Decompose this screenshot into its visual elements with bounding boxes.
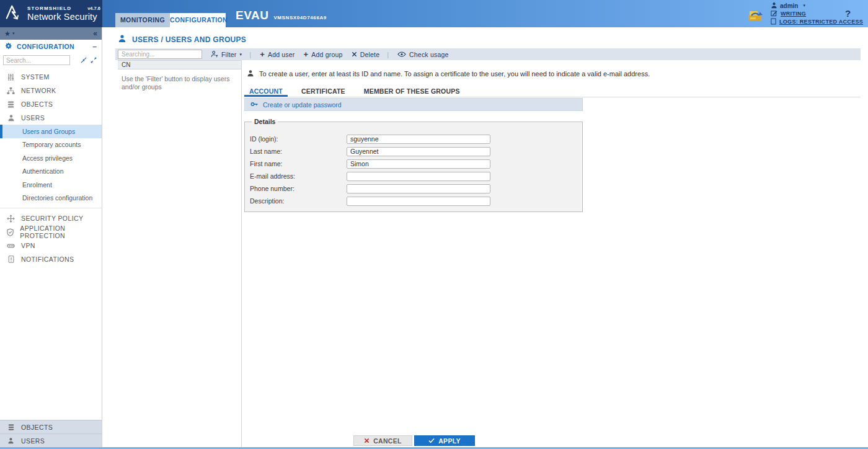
plus-icon: + [260, 51, 265, 58]
field-row-phone: Phone number: [250, 182, 582, 195]
sidebar-subitem-label: Enrolment [22, 181, 52, 189]
appliance-serial: VMSNSX04D7466A9 [273, 15, 326, 20]
chevron-down-icon: ▾ [240, 52, 242, 57]
bottom-panel-label: OBJECTS [21, 424, 53, 431]
sidebar-item-label: NOTIFICATIONS [21, 256, 74, 263]
add-user-button[interactable]: + Add user [260, 51, 294, 58]
help-icon[interactable]: ? [845, 8, 851, 19]
field-label: ID (login): [250, 135, 347, 143]
collapse-section-icon[interactable]: – [92, 42, 97, 51]
page-title-text: USERS / USERS AND GROUPS [132, 35, 246, 44]
field-row-last-name: Last name: [250, 145, 582, 158]
tab-account[interactable]: ACCOUNT [244, 86, 288, 97]
expand-all-icon[interactable] [91, 55, 97, 66]
sidebar-item-security-policy[interactable]: SECURITY POLICY [0, 211, 102, 225]
field-label: Last name: [250, 148, 347, 155]
email-field[interactable] [347, 172, 490, 181]
key-icon [250, 99, 258, 110]
field-row-id-login: ID (login): [250, 133, 582, 145]
version-label: v4.7.6 [87, 6, 100, 11]
sidebar-subitem-label: Directories configuration [22, 194, 92, 202]
bottom-panel-label: USERS [21, 437, 45, 445]
sidebar-item-users-and-groups[interactable]: Users and Groups [0, 125, 102, 138]
tab-configuration[interactable]: CONFIGURATION [170, 13, 226, 27]
appliance-info: EVAU VMSNSX04D7466A9 [236, 9, 327, 22]
bottom-panel-objects[interactable]: OBJECTS [0, 420, 102, 433]
stormshield-mark-icon [5, 3, 24, 24]
delete-button[interactable]: Delete [352, 51, 380, 58]
toolbar-separator: | [387, 51, 389, 58]
bottom-panel-users[interactable]: USERS [0, 433, 102, 447]
user-icon [6, 437, 16, 444]
first-name-field[interactable] [347, 159, 490, 169]
network-icon [6, 87, 16, 95]
search-input[interactable] [118, 50, 202, 59]
details-legend: Details [252, 118, 278, 125]
field-label: Phone number: [250, 185, 347, 192]
sidebar-collapse-icon[interactable]: « [93, 29, 97, 38]
favorites-caret-icon[interactable]: ▾ [12, 31, 15, 36]
id-login-field[interactable] [347, 135, 490, 144]
sidebar-item-objects[interactable]: OBJECTS [0, 97, 102, 111]
sidebar-search-input[interactable] [3, 55, 70, 65]
sidebar-item-users[interactable]: USERS [0, 111, 102, 125]
cn-column-header[interactable]: CN [118, 60, 241, 69]
details-fieldset: Details ID (login): Last name: First nam… [244, 118, 583, 212]
empty-list-hint: Use the 'Filter' button to display users… [118, 69, 241, 97]
sidebar-item-access-privileges[interactable]: Access privileges [0, 151, 102, 165]
app-header: STORMSHIELD v4.7.6 Network Security MONI… [0, 0, 868, 27]
database-icon [6, 424, 16, 431]
favorites-star-icon[interactable]: ★ [4, 30, 11, 38]
tab-member-of-these-groups[interactable]: MEMBER OF THESE GROUPS [355, 86, 469, 97]
sidebar-item-enrolment[interactable]: Enrolment [0, 178, 102, 192]
user-list-panel: CN Use the 'Filter' button to display us… [118, 60, 242, 447]
sidebar-subitem-label: Authentication [22, 167, 64, 175]
vpn-tunnel-icon [6, 242, 16, 250]
notifications-icon [6, 256, 16, 263]
phone-number-field[interactable] [347, 184, 490, 193]
collapse-all-icon[interactable] [81, 55, 87, 66]
sidebar-subitem-label: Temporary accounts [22, 141, 81, 148]
sidebar-item-system[interactable]: SYSTEM [0, 70, 102, 84]
apply-button[interactable]: APPLY [414, 435, 475, 446]
sidebar-item-temporary-accounts[interactable]: Temporary accounts [0, 138, 102, 152]
create-update-password-button[interactable]: Create or update password [244, 98, 583, 111]
last-name-field[interactable] [347, 147, 490, 156]
add-group-button[interactable]: + Add group [304, 51, 343, 58]
page-title: USERS / USERS AND GROUPS [118, 34, 246, 45]
field-row-email: E-mail address: [250, 170, 582, 182]
gear-icon [5, 41, 12, 52]
sidebar-configuration-header[interactable]: CONFIGURATION – [0, 40, 102, 53]
user-icon [247, 68, 254, 79]
logs-access-link[interactable]: LOGS: RESTRICTED ACCESS [771, 18, 863, 25]
field-row-description: Description: [250, 195, 582, 207]
description-field[interactable] [347, 197, 490, 206]
sidebar-item-label: NETWORK [21, 87, 56, 94]
sidebar-item-label: APPLICATION PROTECTION [20, 225, 102, 239]
main-content: USERS / USERS AND GROUPS Filter ▾ | + Ad… [103, 27, 868, 447]
writing-mode-label: WRITING [781, 11, 806, 17]
sidebar-item-authentication[interactable]: Authentication [0, 165, 102, 179]
sidebar-item-network[interactable]: NETWORK [0, 84, 102, 97]
check-usage-button[interactable]: Check usage [397, 51, 449, 58]
cancel-button[interactable]: CANCEL [353, 435, 412, 446]
chevron-down-icon: ▾ [803, 3, 805, 8]
sidebar-divider [0, 208, 102, 208]
toolbar-separator: | [249, 51, 251, 58]
tab-certificate[interactable]: CERTIFICATE [292, 86, 355, 97]
field-label: E-mail address: [250, 172, 347, 180]
backup-icon[interactable] [747, 9, 763, 25]
logs-access-label: LOGS: RESTRICTED ACCESS [779, 19, 863, 25]
sidebar-item-vpn[interactable]: VPN [0, 239, 102, 252]
field-label: Description: [250, 197, 347, 205]
sidebar-item-notifications[interactable]: NOTIFICATIONS [0, 252, 102, 266]
sidebar: ★ ▾ « CONFIGURATION – SYSTEM [0, 27, 102, 447]
filter-button[interactable]: Filter ▾ [211, 50, 242, 59]
tab-monitoring[interactable]: MONITORING [115, 13, 170, 27]
sliders-icon [6, 73, 16, 81]
sidebar-item-application-protection[interactable]: APPLICATION PROTECTION [0, 225, 102, 239]
brand-product: Network Security [27, 12, 100, 22]
x-icon [352, 51, 357, 58]
sidebar-item-directories-configuration[interactable]: Directories configuration [0, 192, 102, 205]
crosshair-icon [6, 215, 16, 223]
